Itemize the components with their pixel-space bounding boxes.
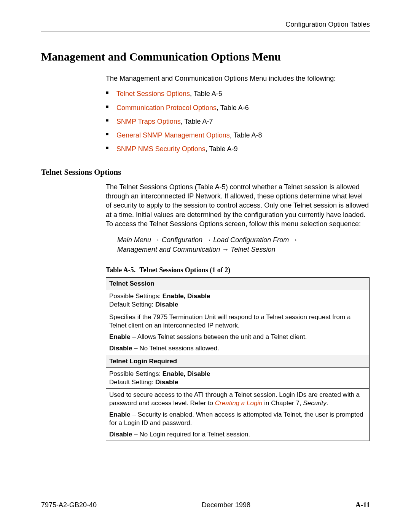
table-row-heading: Telnet Session — [106, 277, 370, 290]
enable-line: Enable – Allows Telnet sessions between … — [109, 333, 366, 341]
disable-line: Disable – No Telnet sessions allowed. — [109, 344, 366, 353]
list-item: Telnet Sessions Options, Table A-5 — [106, 89, 370, 98]
header-rule — [41, 32, 370, 32]
arrow-icon: → — [222, 246, 231, 253]
link-snmp-mgmt[interactable]: General SNMP Management Options — [116, 131, 230, 139]
default-value: Disable — [155, 301, 178, 308]
path-seg: Management and Communication — [117, 246, 222, 253]
enable-text: – Security is enabled. When access is at… — [109, 411, 363, 427]
options-bullet-list: Telnet Sessions Options, Table A-5 Commu… — [106, 89, 370, 153]
desc-mid: in Chapter 7, — [263, 399, 303, 407]
possible-label: Possible Settings: — [109, 292, 162, 300]
possible-value: Enable, Disable — [162, 292, 210, 300]
disable-text: – No Login required for a Telnet session… — [132, 431, 250, 438]
table-number: Table A-5. — [106, 266, 135, 274]
section-paragraph: The Telnet Sessions Options (Table A-5) … — [106, 182, 370, 228]
list-item-suffix: , Table A-9 — [206, 145, 238, 153]
table-row-heading: Telnet Login Required — [106, 355, 370, 367]
list-item-suffix: , Table A-5 — [190, 90, 222, 97]
table-cell-settings: Possible Settings: Enable, Disable Defau… — [106, 290, 370, 311]
table-title: Telnet Sessions Options (1 of 2) — [139, 266, 230, 274]
table-cell-description: Used to secure access to the ATI through… — [106, 388, 370, 441]
table-caption: Table A-5.Telnet Sessions Options (1 of … — [106, 266, 370, 274]
list-item: SNMP Traps Options, Table A-7 — [106, 117, 370, 126]
disable-label: Disable — [109, 431, 132, 438]
desc-post: . — [327, 399, 328, 407]
arrow-icon: → — [204, 236, 213, 244]
list-item: Communication Protocol Options, Table A-… — [106, 103, 370, 112]
default-label: Default Setting: — [109, 379, 155, 386]
possible-label: Possible Settings: — [109, 370, 162, 377]
page-footer: 7975-A2-GB20-40 December 1998 A-11 — [41, 501, 370, 509]
possible-value: Enable, Disable — [162, 370, 210, 377]
list-item: SNMP NMS Security Options, Table A-9 — [106, 144, 370, 153]
default-label: Default Setting: — [109, 301, 155, 308]
options-table: Telnet Session Possible Settings: Enable… — [106, 277, 370, 441]
desc-text: Used to secure access to the ATI through… — [109, 391, 366, 407]
enable-label: Enable — [109, 411, 131, 418]
link-comm-protocol[interactable]: Communication Protocol Options — [116, 104, 217, 112]
path-seg: Main Menu — [117, 236, 153, 244]
enable-line: Enable – Security is enabled. When acces… — [109, 411, 366, 427]
desc-text: Specifies if the 7975 Termination Unit w… — [109, 313, 366, 330]
list-item-suffix: , Table A-6 — [217, 104, 249, 112]
list-item-suffix: , Table A-7 — [181, 118, 213, 125]
arrow-icon: → — [153, 236, 162, 244]
intro-paragraph: The Management and Communication Options… — [106, 74, 370, 83]
list-item-suffix: , Table A-8 — [230, 131, 262, 139]
menu-path: Main Menu → Configuration → Load Configu… — [117, 235, 370, 254]
footer-docnum: 7975-A2-GB20-40 — [41, 501, 97, 509]
arrow-icon: → — [291, 236, 298, 244]
link-creating-login[interactable]: Creating a Login — [215, 399, 263, 407]
page-title: Management and Communication Options Men… — [41, 50, 370, 63]
disable-label: Disable — [109, 345, 132, 352]
list-item: General SNMP Management Options, Table A… — [106, 131, 370, 140]
footer-date: December 1998 — [202, 501, 250, 509]
page-content: Configuration Option Tables Management a… — [0, 0, 411, 441]
disable-line: Disable – No Login required for a Telnet… — [109, 430, 366, 439]
enable-label: Enable — [109, 333, 131, 340]
link-telnet-sessions[interactable]: Telnet Sessions Options — [116, 90, 190, 97]
path-seg: Configuration — [162, 236, 204, 244]
path-seg: Load Configuration From — [213, 236, 291, 244]
disable-text: – No Telnet sessions allowed. — [132, 345, 219, 352]
running-header: Configuration Option Tables — [41, 21, 370, 29]
path-seg: Telnet Session — [231, 246, 275, 253]
desc-ital: Security — [303, 399, 326, 407]
link-snmp-nms-security[interactable]: SNMP NMS Security Options — [116, 145, 206, 153]
table-cell-description: Specifies if the 7975 Termination Unit w… — [106, 311, 370, 355]
default-value: Disable — [155, 379, 178, 386]
footer-pagenum: A-11 — [355, 501, 370, 509]
link-snmp-traps[interactable]: SNMP Traps Options — [116, 118, 181, 125]
table-cell-settings: Possible Settings: Enable, Disable Defau… — [106, 367, 370, 388]
section-title: Telnet Sessions Options — [41, 168, 370, 177]
enable-text: – Allows Telnet sessions between the uni… — [131, 333, 307, 340]
